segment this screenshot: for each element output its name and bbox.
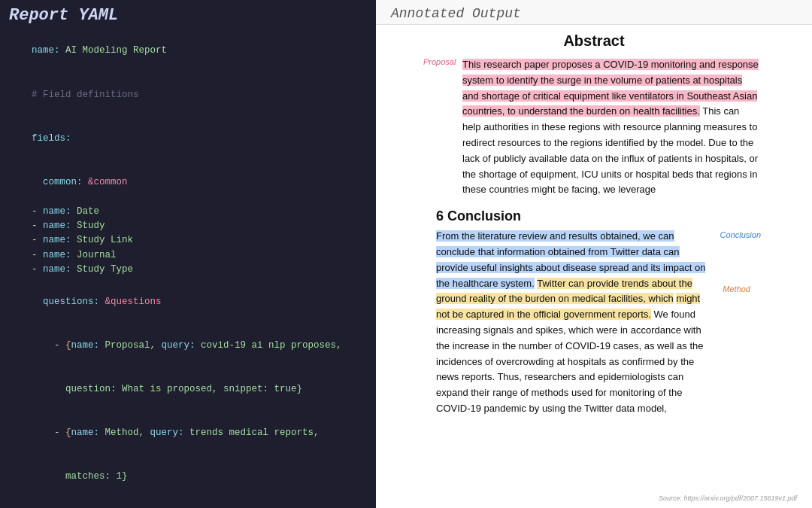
yaml-q2a: - {name: Method, query: trends medical r…: [9, 412, 367, 455]
yaml-name-value: AI Modeling Report: [65, 45, 167, 56]
yaml-field-study-link: - name: Study Link: [9, 233, 367, 248]
yaml-q1b: question: What is proposed, snippet: tru…: [9, 368, 367, 412]
yaml-name-line: name: AI Modeling Report: [9, 29, 367, 73]
conclusion-label: Conclusion: [720, 229, 761, 242]
yaml-common: common: &common: [9, 160, 367, 204]
yaml-q3: - {name: Conclusion, query: conclusion, …: [9, 499, 367, 508]
yaml-comment: # Field definitions: [9, 73, 367, 117]
conclusion-section: 6 Conclusion Conclusion From the literat…: [436, 208, 707, 417]
source-citation: Source: https://arxiv.org/pdf/2007.15619…: [659, 494, 797, 502]
abstract-pink-highlight: This research paper proposes a COVID-19 …: [462, 59, 759, 117]
yaml-field-journal: - name: Journal: [9, 248, 367, 263]
left-panel: Report YAML name: AI Modeling Report # F…: [0, 0, 376, 508]
abstract-title: Abstract: [421, 32, 767, 50]
abstract-container: Proposal This research paper proposes a …: [462, 57, 759, 198]
method-label: Method: [723, 283, 750, 297]
yaml-name-key: name:: [32, 45, 65, 56]
yaml-field-study: - name: Study: [9, 219, 367, 233]
app-title: Report YAML: [9, 6, 367, 25]
right-panel: Annotated Output Abstract Proposal This …: [376, 0, 812, 508]
proposal-label: Proposal: [423, 57, 456, 66]
yaml-field-study-type: - name: Study Type: [9, 263, 367, 277]
annotated-output-header: Annotated Output: [376, 0, 812, 25]
yaml-q1a: - {name: Proposal, query: covid-19 ai nl…: [9, 324, 367, 368]
conclusion-heading: 6 Conclusion: [436, 208, 707, 224]
yaml-field-date: - name: Date: [9, 205, 367, 219]
abstract-text: This research paper proposes a COVID-19 …: [462, 57, 759, 198]
conclusion-text: Conclusion From the literature review an…: [436, 229, 707, 417]
yaml-q2b: matches: 1}: [9, 455, 367, 499]
yaml-questions: questions: &questions: [9, 280, 367, 324]
yaml-fields: fields:: [9, 117, 367, 160]
document-area: Abstract Proposal This research paper pr…: [376, 25, 812, 508]
